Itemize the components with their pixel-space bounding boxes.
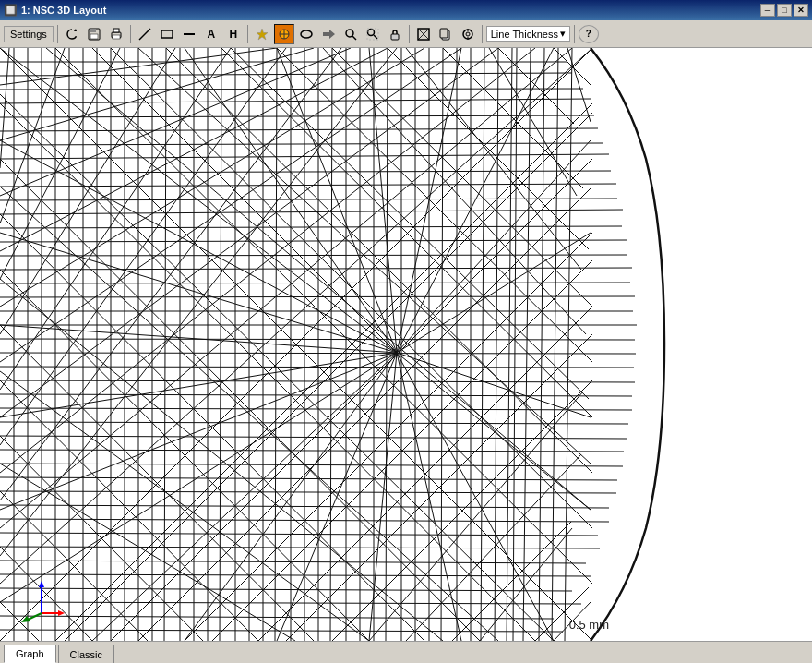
arrow-button[interactable] <box>318 24 339 44</box>
svg-rect-4 <box>113 29 119 32</box>
svg-rect-5 <box>113 35 120 39</box>
svg-point-17 <box>367 29 374 35</box>
svg-rect-20 <box>391 34 399 40</box>
ellipse-button[interactable] <box>296 24 316 44</box>
svg-rect-30 <box>0 48 812 641</box>
separator-3 <box>247 25 248 43</box>
help-button[interactable]: ? <box>579 25 599 43</box>
close-button[interactable]: ✕ <box>794 4 808 17</box>
fit-button[interactable] <box>413 24 434 44</box>
svg-point-27 <box>466 32 470 36</box>
svg-marker-208 <box>58 610 65 616</box>
rect-tool-button[interactable] <box>157 24 177 44</box>
titlebar-controls: ─ □ ✕ <box>760 4 808 17</box>
save-button[interactable] <box>84 24 104 44</box>
help-icon: ? <box>586 29 591 39</box>
svg-line-6 <box>139 29 150 40</box>
titlebar-title: 1: NSC 3D Layout <box>21 5 106 16</box>
main-canvas[interactable]: 0.5 mm <box>0 48 812 641</box>
svg-marker-9 <box>257 29 268 40</box>
minus-tool-button[interactable] <box>179 24 199 44</box>
app-icon: 🔲 <box>4 4 18 17</box>
copy-button[interactable] <box>436 24 456 44</box>
svg-rect-25 <box>440 29 448 38</box>
thickness-label: Line Thickness <box>491 29 558 40</box>
axis-indicator <box>18 576 65 622</box>
svg-line-18 <box>374 35 377 39</box>
h-tool-button[interactable]: H <box>223 24 244 44</box>
zoom-box-button[interactable] <box>363 24 383 44</box>
maximize-button[interactable]: □ <box>777 4 792 17</box>
active-view-button[interactable] <box>274 24 294 44</box>
minimize-button[interactable]: ─ <box>760 4 775 17</box>
titlebar-left: 🔲 1: NSC 3D Layout <box>4 4 106 17</box>
tab-classic-label: Classic <box>70 649 102 660</box>
dropdown-arrow-icon: ▾ <box>560 28 566 40</box>
wireframe-svg <box>0 48 812 641</box>
tab-graph[interactable]: Graph <box>4 645 56 663</box>
tab-graph-label: Graph <box>16 648 44 659</box>
text-tool-button[interactable]: A <box>201 24 221 44</box>
toolbar: Settings A H <box>0 20 812 48</box>
settings-button[interactable]: Settings <box>4 26 54 42</box>
statusbar: Graph Classic <box>0 641 812 663</box>
separator-2 <box>130 25 131 43</box>
tab-classic[interactable]: Classic <box>58 645 114 663</box>
svg-marker-14 <box>323 30 335 39</box>
svg-rect-1 <box>90 29 96 32</box>
scale-indicator: 0.5 mm <box>569 618 609 632</box>
svg-rect-2 <box>90 34 98 39</box>
print-button[interactable] <box>106 24 126 44</box>
svg-rect-7 <box>161 30 173 38</box>
svg-line-16 <box>352 36 356 40</box>
star-button[interactable] <box>252 24 272 44</box>
scale-text: 0.5 mm <box>569 618 609 632</box>
refresh-button[interactable] <box>62 24 82 44</box>
separator-4 <box>409 25 410 43</box>
svg-point-15 <box>346 30 353 37</box>
lock-button[interactable] <box>385 24 405 44</box>
svg-point-13 <box>301 30 312 38</box>
separator-5 <box>482 25 483 43</box>
separator-1 <box>57 25 58 43</box>
target-button[interactable] <box>458 24 478 44</box>
titlebar: 🔲 1: NSC 3D Layout ─ □ ✕ <box>0 0 812 20</box>
separator-6 <box>574 25 575 43</box>
zoom-button[interactable] <box>340 24 361 44</box>
thickness-dropdown[interactable]: Line Thickness ▾ <box>486 26 570 42</box>
svg-marker-206 <box>39 581 44 587</box>
line-tool-button[interactable] <box>135 24 155 44</box>
